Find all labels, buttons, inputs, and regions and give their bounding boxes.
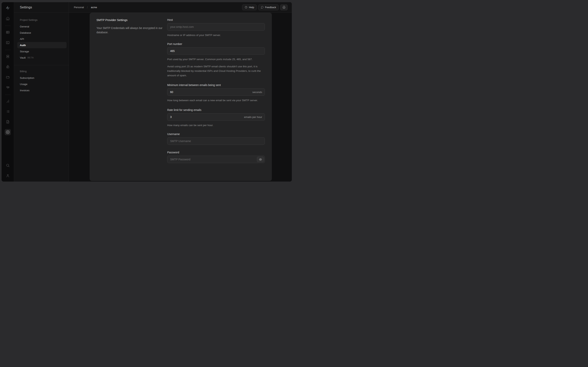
rate-limit-help: How many emails can be sent per hour.: [167, 123, 265, 127]
smtp-form: Host Hostname or IP address of your SMTP…: [167, 18, 265, 181]
help-button[interactable]: Help: [242, 4, 257, 10]
sidebar-item-database[interactable]: Database: [17, 30, 66, 36]
sidebar-item-subscription[interactable]: Subscription: [17, 75, 66, 81]
password-input[interactable]: [167, 156, 265, 163]
sidebar-item-api[interactable]: API: [17, 36, 66, 42]
help-button-label: Help: [249, 6, 254, 9]
port-input[interactable]: [167, 47, 265, 55]
table-editor-icon[interactable]: [5, 29, 11, 35]
search-icon[interactable]: [5, 162, 11, 168]
rate-limit-input[interactable]: [167, 113, 265, 121]
password-label: Password: [167, 151, 265, 154]
chat-bubble-icon: [261, 6, 264, 9]
username-input[interactable]: [167, 137, 265, 145]
section-label-project-settings: Project Settings: [14, 18, 69, 23]
sql-editor-icon[interactable]: [5, 40, 11, 46]
sidebar-item-general[interactable]: General: [17, 23, 66, 30]
port-help-2: Avoid using port 25 as modern SMTP email…: [167, 64, 265, 78]
smtp-settings-panel: SMTP Provider Settings Your SMTP Credent…: [90, 13, 272, 181]
panel-heading: SMTP Provider Settings: [97, 18, 162, 22]
database-icon[interactable]: [5, 53, 11, 59]
home-icon[interactable]: [5, 15, 11, 22]
reports-icon[interactable]: [5, 98, 11, 104]
settings-sidebar: Settings Project Settings General Databa…: [14, 2, 69, 182]
toggle-password-visibility-button[interactable]: [257, 157, 264, 162]
host-input[interactable]: [167, 23, 265, 31]
storage-icon[interactable]: [5, 74, 11, 80]
panel-description: Your SMTP Credentials will always be enc…: [97, 26, 162, 34]
breadcrumb-separator: /: [87, 6, 88, 9]
port-help-1: Port used by your SMTP server. Common po…: [167, 57, 265, 61]
sidebar-item-vault[interactable]: Vault BETA: [17, 54, 66, 61]
host-help: Hostname or IP address of your SMTP serv…: [167, 33, 265, 37]
edge-functions-icon[interactable]: [5, 84, 11, 91]
rail-divider: [5, 50, 10, 50]
port-label: Port number: [167, 42, 265, 46]
sidebar-item-usage[interactable]: Usage: [17, 81, 66, 87]
api-docs-icon[interactable]: [5, 119, 11, 125]
icon-rail: [1, 2, 14, 182]
help-circle-icon: [245, 6, 248, 9]
notifications-button[interactable]: [280, 4, 288, 10]
account-user-icon[interactable]: [5, 173, 11, 179]
eye-icon: [259, 158, 262, 161]
beta-badge: BETA: [28, 56, 34, 59]
breadcrumb-org[interactable]: Personal: [74, 6, 84, 9]
rate-limit-label: Rate limit for sending emails: [167, 108, 265, 111]
username-label: Username: [167, 133, 265, 136]
section-label-billing: Billing: [14, 70, 69, 75]
breadcrumb-project[interactable]: acme: [91, 6, 97, 9]
interval-help: How long between each email can a new em…: [167, 98, 265, 102]
feedback-button-label: Feedback: [265, 6, 276, 9]
supabase-logo-icon[interactable]: [5, 5, 11, 11]
auth-lock-icon[interactable]: [5, 64, 11, 70]
rail-divider: [5, 26, 10, 26]
page-title: Settings: [20, 5, 32, 9]
bell-icon: [282, 6, 286, 9]
sidebar-item-storage[interactable]: Storage: [17, 48, 66, 54]
breadcrumb: Personal / acme: [74, 6, 97, 9]
sidebar-divider: [14, 65, 69, 65]
project-settings-gear-icon[interactable]: [5, 129, 11, 135]
top-bar: Personal / acme Help Feedback: [69, 2, 292, 13]
interval-input[interactable]: [167, 88, 265, 96]
feedback-button[interactable]: Feedback: [258, 4, 279, 10]
sidebar-item-auth[interactable]: Auth: [17, 42, 66, 48]
logs-icon[interactable]: [5, 108, 11, 115]
host-label: Host: [167, 18, 265, 21]
app-window: Settings Project Settings General Databa…: [1, 2, 292, 182]
interval-label: Minimum interval between emails being se…: [167, 83, 265, 87]
settings-sidebar-header: Settings: [14, 2, 69, 13]
sidebar-item-invoices[interactable]: Invoices: [17, 87, 66, 93]
content-area: SMTP Provider Settings Your SMTP Credent…: [69, 13, 292, 182]
